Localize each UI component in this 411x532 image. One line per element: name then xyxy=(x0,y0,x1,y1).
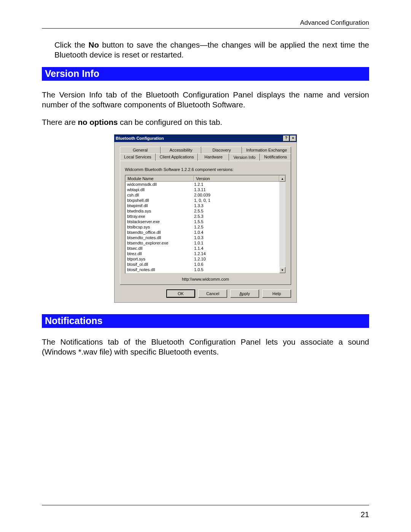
tab-discovery[interactable]: Discovery xyxy=(201,147,242,153)
table-row[interactable]: btosif_notes.dll1.0.5 xyxy=(126,267,279,272)
header-label: Advanced Configuration xyxy=(42,19,369,27)
table-row[interactable]: wbtapi.dll1.3.11 xyxy=(126,187,279,192)
cell-module-name: btsendto_office.dll xyxy=(127,230,194,235)
cell-version: 2.5.5 xyxy=(194,208,278,214)
tab-strip: General Accessibility Discovery Informat… xyxy=(120,147,291,285)
table-row[interactable]: btosif.dll1.0.4 xyxy=(126,272,279,273)
table-row[interactable]: bttray.exe2.5.3 xyxy=(126,214,279,219)
tab-general[interactable]: General xyxy=(120,147,161,153)
help-button[interactable]: Help xyxy=(262,289,291,298)
notifications-para: The Notifications tab of the Bluetooth C… xyxy=(42,337,369,356)
cell-version: 1.2.10 xyxy=(194,256,278,262)
ok-button[interactable]: OK xyxy=(166,289,195,298)
cell-version: 1.3.3 xyxy=(194,203,278,208)
table-row[interactable]: btsendto_explorer.exe1.0.1 xyxy=(126,240,279,246)
cell-version: 1.3.11 xyxy=(194,187,278,192)
cell-version: 1.2.14 xyxy=(194,251,278,256)
cell-version: 1.2.1 xyxy=(194,182,278,187)
cell-version: 1, 0, 0, 1 xyxy=(194,198,278,203)
cell-module-name: btxpshell.dll xyxy=(127,198,194,203)
table-row[interactable]: btport.sys1.2.10 xyxy=(126,256,279,262)
table-row[interactable]: btsendto_office.dll1.0.4 xyxy=(126,230,279,235)
scroll-track[interactable] xyxy=(279,182,285,267)
cell-module-name: btsendto_notes.dll xyxy=(127,235,194,240)
cell-module-name: btosif.dll xyxy=(127,272,194,273)
cell-module-name: bttray.exe xyxy=(127,214,194,219)
intro-paragraph: Click the No button to save the changes—… xyxy=(54,40,369,59)
list-header: Module Name Version xyxy=(126,176,279,182)
table-row[interactable]: btsendto_notes.dll1.0.3 xyxy=(126,235,279,240)
dialog-titlebar[interactable]: Bluetooth Configuration ? × xyxy=(114,134,297,142)
table-row[interactable]: csh.dll2.00.039 xyxy=(126,192,279,198)
cell-version: 1.0.6 xyxy=(194,262,278,267)
intro-text-a: Click the xyxy=(54,40,89,49)
vendor-link[interactable]: http:\\www.widcomm.com xyxy=(125,277,286,281)
tab-version-info[interactable]: Version Info xyxy=(229,153,260,161)
cell-version: 2.00.039 xyxy=(194,192,278,198)
table-row[interactable]: widcommsdk.dll1.2.1 xyxy=(126,182,279,187)
cell-module-name: widcommsdk.dll xyxy=(127,182,194,187)
section-heading-notifications: Notifications xyxy=(42,314,369,328)
dialog-body: General Accessibility Discovery Informat… xyxy=(114,142,297,303)
vertical-scrollbar[interactable]: ▲ ▼ xyxy=(279,176,285,273)
table-row[interactable]: btstackserver.exe1.5.5 xyxy=(126,219,279,224)
cell-module-name: btsendto_explorer.exe xyxy=(127,240,194,246)
tab-local-services[interactable]: Local Services xyxy=(120,153,156,161)
dialog-title: Bluetooth Configuration xyxy=(116,136,282,141)
cell-module-name: btwdndis.sys xyxy=(127,208,194,214)
cell-version: 1.0.3 xyxy=(194,235,278,240)
tab-row-1: General Accessibility Discovery Informat… xyxy=(120,147,291,153)
apply-button[interactable]: Apply xyxy=(230,289,259,298)
cell-module-name: btwpimif.dll xyxy=(127,203,194,208)
cell-module-name: csh.dll xyxy=(127,192,194,198)
cell-version: 1.0.5 xyxy=(194,267,278,272)
panel-label: Widcomm Bluetooth Software 1.2.2.6 compo… xyxy=(125,167,286,172)
header-rule xyxy=(42,28,369,29)
version-info-para1: The Version Info tab of the Bluetooth Co… xyxy=(42,90,369,109)
help-button[interactable]: ? xyxy=(283,136,289,141)
dialog-button-row: OK Cancel Apply Help xyxy=(120,289,291,298)
cell-module-name: btrez.dll xyxy=(127,251,194,256)
tab-information-exchange[interactable]: Information Exchange xyxy=(242,147,291,153)
cancel-button[interactable]: Cancel xyxy=(198,289,227,298)
scroll-down-button[interactable]: ▼ xyxy=(279,267,285,273)
cell-version: 1.0.4 xyxy=(194,230,278,235)
apply-label: Apply xyxy=(239,291,250,296)
cell-module-name: btstackserver.exe xyxy=(127,219,194,224)
table-row[interactable]: btwpimif.dll1.3.3 xyxy=(126,203,279,208)
tab-row-2: Local Services Client Applications Hardw… xyxy=(120,153,291,161)
tab-accessibility[interactable]: Accessibility xyxy=(161,147,201,153)
tab-notifications[interactable]: Notifications xyxy=(260,153,291,161)
cell-version: 2.5.3 xyxy=(194,214,278,219)
cell-version: 1.5.5 xyxy=(194,219,278,224)
cell-version: 1.0.1 xyxy=(194,240,278,246)
page-number: 21 xyxy=(361,510,369,519)
column-module-name[interactable]: Module Name xyxy=(126,176,194,182)
cell-module-name: wbtapi.dll xyxy=(127,187,194,192)
intro-bold: No xyxy=(89,40,99,49)
section-heading-version-info: Version Info xyxy=(42,67,369,81)
table-row[interactable]: btrez.dll1.2.14 xyxy=(126,251,279,256)
cell-module-name: btslbcsp.sys xyxy=(127,224,194,230)
close-button[interactable]: × xyxy=(290,136,296,141)
cell-version: 1.0.4 xyxy=(194,272,278,273)
footer-rule xyxy=(42,505,369,505)
tab-panel-version-info: Widcomm Bluetooth Software 1.2.2.6 compo… xyxy=(120,161,291,285)
list-content: Module Name Version widcommsdk.dll1.2.1w… xyxy=(126,176,279,273)
intro-text-b: button to save the changes—the changes w… xyxy=(54,40,369,59)
tab-hardware[interactable]: Hardware xyxy=(198,153,229,161)
table-row[interactable]: btsec.dll1.1.4 xyxy=(126,246,279,251)
table-row[interactable]: btslbcsp.sys1.2.5 xyxy=(126,224,279,230)
para2-b: can be configured on this tab. xyxy=(118,118,222,126)
table-row[interactable]: btxpshell.dll1, 0, 0, 1 xyxy=(126,198,279,203)
column-version[interactable]: Version xyxy=(194,176,279,182)
cell-version: 1.2.5 xyxy=(194,224,278,230)
tab-client-applications[interactable]: Client Applications xyxy=(156,153,198,161)
para2-a: There are xyxy=(42,118,78,126)
para2-bold: no options xyxy=(78,118,118,126)
table-row[interactable]: btosif_ol.dll1.0.6 xyxy=(126,262,279,267)
scroll-up-button[interactable]: ▲ xyxy=(279,176,285,182)
table-row[interactable]: btwdndis.sys2.5.5 xyxy=(126,208,279,214)
cell-module-name: btsec.dll xyxy=(127,246,194,251)
module-list[interactable]: Module Name Version widcommsdk.dll1.2.1w… xyxy=(125,175,286,274)
